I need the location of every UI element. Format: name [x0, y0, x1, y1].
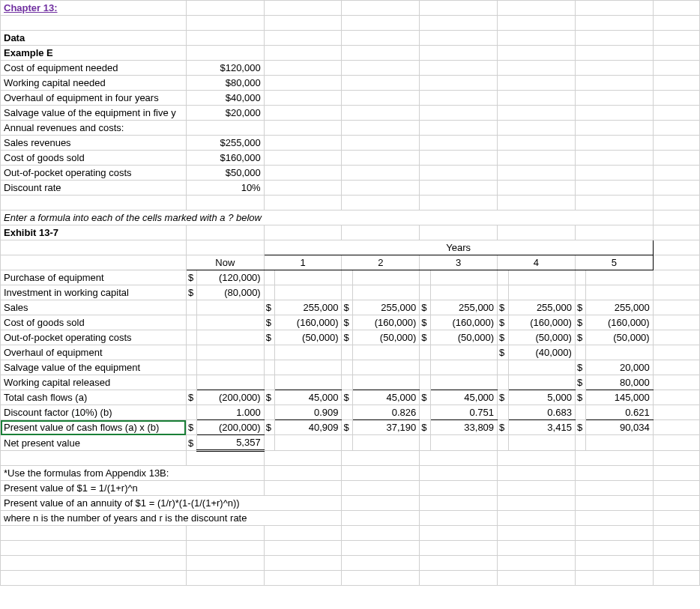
cell[interactable]: 0.621 [586, 405, 653, 420]
row-label-selected[interactable]: Present value of cash flows (a) x (b) [1, 420, 187, 435]
cell[interactable]: (50,000) [353, 330, 420, 345]
footnote: where n is the number of years and r is … [1, 511, 342, 526]
value[interactable]: $160,000 [186, 151, 264, 166]
cell[interactable]: 255,000 [586, 300, 653, 315]
label: Cost of equipment needed [1, 61, 187, 76]
row-label: Working capital released [1, 375, 187, 390]
label: Salvage value of the equipment in five y [1, 106, 187, 121]
cell[interactable]: 255,000 [353, 300, 420, 315]
cell[interactable]: (50,000) [508, 330, 575, 345]
cell-npv[interactable]: 5,357 [197, 435, 264, 451]
cell[interactable]: (160,000) [586, 315, 653, 330]
cell[interactable]: (50,000) [430, 330, 497, 345]
cell[interactable]: 80,000 [586, 375, 653, 390]
cell[interactable]: 1.000 [197, 405, 264, 420]
row-label: Investment in working capital [1, 285, 187, 300]
cell[interactable]: (160,000) [508, 315, 575, 330]
col-y1: 1 [264, 255, 342, 270]
cell[interactable]: 45,000 [430, 390, 497, 405]
row-label: Net present value [1, 435, 187, 451]
cell[interactable]: 45,000 [275, 390, 342, 405]
cell[interactable]: 0.751 [430, 405, 497, 420]
footnote: *Use the formulas from Appendix 13B: [1, 466, 265, 481]
exhibit-title: Exhibit 13-7 [1, 225, 187, 240]
cell[interactable]: 255,000 [430, 300, 497, 315]
cell[interactable]: 40,909 [275, 420, 342, 435]
cell[interactable]: (40,000) [508, 345, 575, 360]
row-label: Overhaul of equipment [1, 345, 187, 360]
cell[interactable]: 0.826 [353, 405, 420, 420]
cell[interactable]: (120,000) [197, 270, 264, 285]
cell[interactable]: 3,415 [508, 420, 575, 435]
cell[interactable]: 45,000 [353, 390, 420, 405]
chapter-title: Chapter 13: [1, 1, 187, 16]
label: Cost of goods sold [1, 151, 187, 166]
label: Out-of-pocket operating costs [1, 166, 187, 181]
label: Working capital needed [1, 76, 187, 91]
row-label: Out-of-pocket operating costs [1, 330, 187, 345]
row-label: Cost of goods sold [1, 315, 187, 330]
value[interactable]: $40,000 [186, 91, 264, 106]
label: Annual revenues and costs: [1, 121, 187, 136]
cell[interactable]: (200,000) [197, 420, 264, 435]
value[interactable]: $20,000 [186, 106, 264, 121]
row-label: Salvage value of the equipment [1, 360, 187, 375]
cell[interactable]: (160,000) [275, 315, 342, 330]
row-label: Discount factor (10%) (b) [1, 405, 187, 420]
cell[interactable]: (160,000) [430, 315, 497, 330]
col-now: Now [186, 255, 264, 270]
instruction: Enter a formula into each of the cells m… [1, 210, 654, 225]
cell[interactable]: 20,000 [586, 360, 653, 375]
cell[interactable]: (200,000) [197, 390, 264, 405]
row-label: Sales [1, 300, 187, 315]
row-label: Purchase of equipment [1, 270, 187, 285]
value[interactable]: $50,000 [186, 166, 264, 181]
value[interactable]: $120,000 [186, 61, 264, 76]
spreadsheet-grid[interactable]: Chapter 13: Data Example E Cost of equip… [0, 0, 700, 586]
cell[interactable]: 5,000 [508, 390, 575, 405]
cell[interactable]: 255,000 [508, 300, 575, 315]
cell[interactable]: (50,000) [275, 330, 342, 345]
col-y3: 3 [420, 255, 498, 270]
col-y2: 2 [342, 255, 420, 270]
col-y4: 4 [498, 255, 576, 270]
label: Discount rate [1, 181, 187, 196]
cell[interactable]: 37,190 [353, 420, 420, 435]
label: Sales revenues [1, 136, 187, 151]
footnote: Present value of $1 = 1/(1+r)^n [1, 481, 265, 496]
value[interactable]: $255,000 [186, 136, 264, 151]
cell[interactable]: (80,000) [197, 285, 264, 300]
footnote: Present value of an annuity of $1 = (1/r… [1, 496, 342, 511]
cell[interactable]: 0.683 [508, 405, 575, 420]
cell[interactable]: 90,034 [586, 420, 653, 435]
value[interactable]: 10% [186, 181, 264, 196]
value[interactable]: $80,000 [186, 76, 264, 91]
cell[interactable]: (160,000) [353, 315, 420, 330]
cell[interactable]: 0.909 [275, 405, 342, 420]
col-y5: 5 [575, 255, 653, 270]
cell[interactable]: 145,000 [586, 390, 653, 405]
row-label: Total cash flows (a) [1, 390, 187, 405]
label: Overhaul of equipment in four years [1, 91, 187, 106]
cell[interactable]: 33,809 [430, 420, 497, 435]
section-example: Example E [1, 46, 187, 61]
cell[interactable]: 255,000 [275, 300, 342, 315]
years-header: Years [264, 240, 653, 255]
cell[interactable]: (50,000) [586, 330, 653, 345]
section-data: Data [1, 31, 187, 46]
